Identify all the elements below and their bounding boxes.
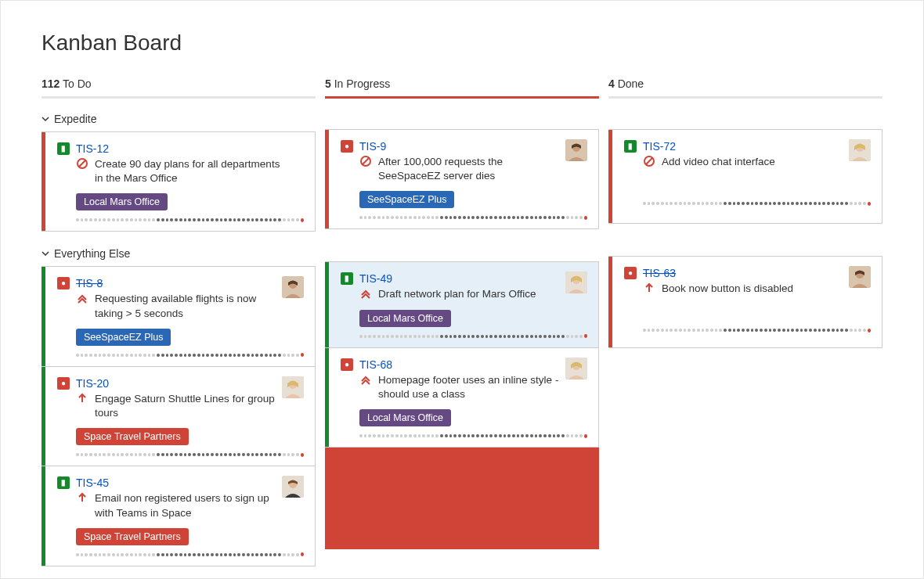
issue-key-link[interactable]: TIS-8 bbox=[76, 277, 103, 290]
column-inprogress: 5 In Progress ● TIS-9 bbox=[325, 77, 599, 566]
cards-done-everything: ● TIS-63 Book now button is disabled bbox=[608, 256, 882, 348]
column-inprogress-count: 5 bbox=[325, 77, 331, 90]
days-in-column-dots bbox=[76, 552, 304, 558]
high-priority-icon bbox=[76, 392, 88, 405]
assignee-avatar[interactable] bbox=[282, 476, 304, 498]
bug-icon: ● bbox=[57, 377, 70, 390]
bug-icon: ● bbox=[341, 140, 353, 153]
cards-todo-everything: ● TIS-8 Requesting available flights is … bbox=[42, 266, 316, 566]
assignee-avatar[interactable] bbox=[565, 272, 587, 293]
issue-summary: Requesting available flights is now taki… bbox=[95, 292, 276, 320]
issue-card[interactable]: ● TIS-20 Engage Saturn Shuttle Lines for… bbox=[42, 367, 316, 466]
days-in-column-dots bbox=[643, 200, 871, 207]
cards-done-expedite: ▮ TIS-72 Add video chat interface bbox=[608, 129, 882, 224]
chevron-down-icon bbox=[42, 115, 49, 123]
column-todo-count: 112 bbox=[42, 77, 60, 90]
issue-summary: Email non registered users to sign up wi… bbox=[95, 491, 276, 520]
issue-key-link[interactable]: TIS-72 bbox=[643, 140, 676, 153]
epic-label[interactable]: SeeSpaceEZ Plus bbox=[359, 191, 454, 208]
issue-key-link[interactable]: TIS-45 bbox=[76, 477, 109, 489]
issue-key-link[interactable]: TIS-49 bbox=[359, 272, 392, 285]
column-inprogress-label: In Progress bbox=[334, 77, 391, 90]
issue-summary: Engage Saturn Shuttle Lines for group to… bbox=[95, 392, 276, 420]
issue-summary: Draft network plan for Mars Office bbox=[378, 287, 536, 301]
swimlane-expedite-toggle[interactable]: Expedite bbox=[42, 108, 316, 131]
issue-summary: Create 90 day plans for all departments … bbox=[95, 157, 283, 185]
issue-key-link[interactable]: TIS-68 bbox=[359, 358, 392, 371]
issue-key-link[interactable]: TIS-63 bbox=[643, 267, 676, 279]
issue-card[interactable]: ● TIS-9 After 100,000 requests the SeeSp… bbox=[325, 129, 599, 229]
assignee-avatar[interactable] bbox=[282, 276, 304, 298]
highest-priority-icon bbox=[359, 287, 372, 300]
days-in-column-dots bbox=[359, 333, 587, 340]
issue-card[interactable]: ● TIS-8 Requesting available flights is … bbox=[42, 266, 316, 366]
issue-summary: Homepage footer uses an inline style - s… bbox=[378, 373, 559, 401]
swimlane-expedite-label: Expedite bbox=[54, 113, 96, 125]
assignee-avatar[interactable] bbox=[849, 266, 871, 288]
swimlane-spacer bbox=[608, 108, 882, 129]
column-divider bbox=[325, 96, 599, 99]
issue-card[interactable]: ▮ TIS-72 Add video chat interface bbox=[608, 129, 882, 224]
assignee-avatar[interactable] bbox=[849, 139, 871, 161]
swimlane-spacer bbox=[608, 224, 882, 256]
column-divider bbox=[608, 96, 882, 99]
swimlane-spacer bbox=[325, 229, 599, 261]
column-todo-header[interactable]: 112 To Do bbox=[42, 77, 316, 96]
issue-summary: Book now button is disabled bbox=[662, 282, 793, 296]
assignee-avatar[interactable] bbox=[565, 358, 587, 379]
chevron-down-icon bbox=[42, 250, 49, 257]
column-done-label: Done bbox=[618, 77, 644, 90]
issue-card[interactable]: ▮ TIS-49 Draft network plan for Mars Off… bbox=[325, 261, 599, 347]
days-in-column-dots bbox=[643, 327, 871, 333]
issue-card[interactable]: ● TIS-68 Homepage footer uses an inline … bbox=[325, 348, 599, 448]
kanban-board: Kanban Board 112 To Do Expedite ▮ bbox=[1, 1, 923, 579]
cards-todo-expedite: ▮ TIS-12 Create 90 day plans for all dep… bbox=[42, 131, 316, 232]
days-in-column-dots bbox=[76, 352, 304, 358]
column-wip-excess-indicator bbox=[325, 448, 599, 549]
cards-inprogress-expedite: ● TIS-9 After 100,000 requests the SeeSp… bbox=[325, 129, 599, 229]
column-done-count: 4 bbox=[608, 77, 615, 90]
issue-card[interactable]: ● TIS-63 Book now button is disabled bbox=[608, 256, 882, 348]
column-done: 4 Done ▮ TIS-72 bbox=[608, 77, 882, 566]
epic-label[interactable]: SeeSpaceEZ Plus bbox=[76, 329, 171, 346]
issue-key-link[interactable]: TIS-9 bbox=[359, 140, 386, 153]
page-title: Kanban Board bbox=[42, 31, 882, 56]
column-divider bbox=[42, 96, 316, 99]
column-done-header[interactable]: 4 Done bbox=[608, 77, 882, 96]
days-in-column-dots bbox=[359, 433, 587, 439]
column-inprogress-header[interactable]: 5 In Progress bbox=[325, 77, 599, 96]
svg-line-1 bbox=[79, 160, 85, 167]
epic-label[interactable]: Space Travel Partners bbox=[76, 528, 189, 545]
issue-key-link[interactable]: TIS-20 bbox=[76, 377, 109, 390]
svg-line-9 bbox=[363, 158, 369, 164]
swimlane-spacer bbox=[325, 108, 599, 129]
issue-summary: Add video chat interface bbox=[662, 155, 775, 169]
issue-key-link[interactable]: TIS-12 bbox=[76, 142, 109, 155]
days-in-column-dots bbox=[76, 451, 304, 458]
assignee-avatar[interactable] bbox=[282, 376, 304, 398]
svg-line-17 bbox=[646, 158, 652, 164]
issue-card[interactable]: ▮ TIS-45 Email non registered users to s… bbox=[42, 466, 316, 566]
epic-label[interactable]: Local Mars Office bbox=[359, 409, 451, 426]
high-priority-icon bbox=[76, 491, 88, 504]
columns-row: 112 To Do Expedite ▮ TIS-12 bbox=[42, 77, 882, 566]
epic-label[interactable]: Space Travel Partners bbox=[76, 428, 189, 445]
blocker-priority-icon bbox=[643, 155, 655, 167]
cards-inprogress-everything: ▮ TIS-49 Draft network plan for Mars Off… bbox=[325, 261, 599, 549]
issue-summary: After 100,000 requests the SeeSpaceEZ se… bbox=[378, 155, 559, 183]
bug-icon: ● bbox=[341, 358, 353, 371]
issue-card[interactable]: ▮ TIS-12 Create 90 day plans for all dep… bbox=[42, 131, 316, 232]
story-icon: ▮ bbox=[341, 272, 353, 285]
epic-label[interactable]: Local Mars Office bbox=[76, 193, 168, 210]
swimlane-everything-toggle[interactable]: Everything Else bbox=[42, 243, 316, 266]
column-todo-label: To Do bbox=[63, 77, 92, 90]
story-icon: ▮ bbox=[624, 140, 637, 153]
assignee-avatar[interactable] bbox=[565, 139, 587, 161]
column-todo: 112 To Do Expedite ▮ TIS-12 bbox=[42, 77, 316, 566]
highest-priority-icon bbox=[76, 292, 88, 304]
story-icon: ▮ bbox=[57, 142, 70, 155]
epic-label[interactable]: Local Mars Office bbox=[359, 310, 451, 327]
days-in-column-dots bbox=[359, 214, 587, 221]
days-in-column-dots bbox=[76, 217, 304, 223]
highest-priority-icon bbox=[359, 373, 372, 386]
